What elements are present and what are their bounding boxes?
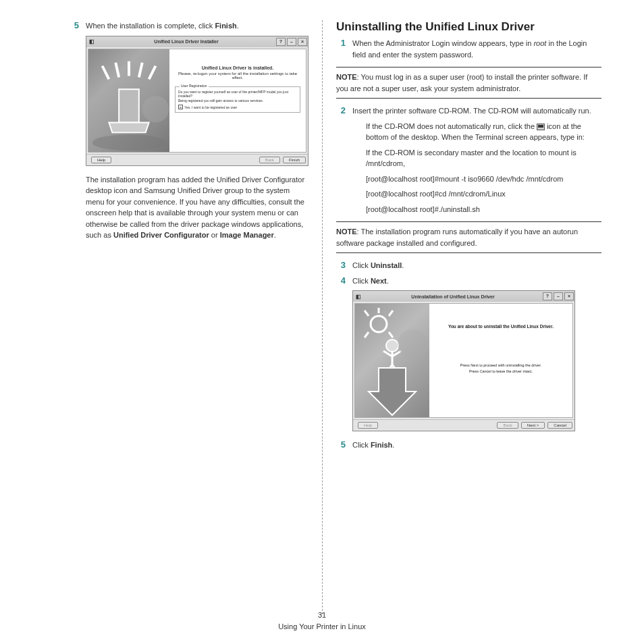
msg-line: Press Cancel to leave the driver intact. <box>435 369 567 375</box>
app-name: Image Manager <box>220 231 274 239</box>
window-icon: ◧ <box>86 38 97 45</box>
help-icon[interactable]: ? <box>276 38 286 46</box>
step-4: 4 Click Next. <box>336 275 601 287</box>
next-button[interactable]: Next > <box>521 422 545 429</box>
window-titlebar: ◧ Uninstallation of Unified Linux Driver… <box>353 291 574 302</box>
uninstall-label: Uninstall <box>371 261 402 269</box>
minimize-icon[interactable]: – <box>554 292 563 300</box>
note-text: : You must log in as a super user (root)… <box>336 73 587 92</box>
svg-line-6 <box>365 332 369 338</box>
checkbox-icon[interactable]: × <box>178 105 183 109</box>
step-number: 3 <box>336 260 346 271</box>
svg-point-8 <box>386 340 398 352</box>
uninstaller-content: You are about to uninstall the Unified L… <box>429 304 572 417</box>
help-icon[interactable]: ? <box>543 292 552 300</box>
svg-point-1 <box>142 96 169 122</box>
back-button: Back <box>497 422 518 429</box>
step-5: 5 Click Finish. <box>336 439 601 451</box>
step-5: 5 When the installation is complete, cli… <box>43 20 308 32</box>
window-titlebar: ◧ Unified Linux Driver Installer ? – × <box>86 36 308 47</box>
text: Click <box>352 441 371 449</box>
cancel-button[interactable]: Cancel <box>547 422 572 429</box>
button-bar: Help Back Next > Cancel <box>353 419 574 431</box>
root-text: root <box>533 39 546 47</box>
text: . <box>392 441 394 449</box>
step-text: Click Finish. <box>352 439 601 451</box>
installer-graphic <box>88 49 169 152</box>
sub-step: If the CD-ROM is secondary master and th… <box>366 147 601 169</box>
step-2: 2 Insert the printer software CD-ROM. Th… <box>336 105 601 117</box>
svg-line-7 <box>389 332 393 338</box>
step-number: 2 <box>336 105 346 117</box>
window-body: Unified Linux Driver is installed. Pleas… <box>88 49 306 153</box>
step-number: 4 <box>336 275 346 287</box>
installer-content: Unified Linux Driver is installed. Pleas… <box>169 49 306 152</box>
note-label: NOTE <box>336 227 357 236</box>
text: or <box>209 231 220 239</box>
text: . <box>237 22 239 30</box>
box-legend: User Registration <box>180 84 209 88</box>
installed-heading: Unified Linux Driver is installed. <box>175 65 300 70</box>
text: Click <box>352 277 371 285</box>
svg-point-9 <box>398 329 427 359</box>
text: Click <box>352 261 371 269</box>
finish-label: Finish <box>371 441 392 449</box>
page-number: 31 <box>0 610 644 621</box>
step-text: Click Next. <box>352 275 601 287</box>
window-icon: ◧ <box>353 294 364 300</box>
page-footer: 31 Using Your Printer in Linux <box>0 610 644 632</box>
install-summary-paragraph: The installation program has added the U… <box>86 174 308 241</box>
window-buttons: ? – × <box>542 292 574 301</box>
command-line: [root@localhost root]#./uninstall.sh <box>366 204 601 215</box>
page-columns: 5 When the installation is complete, cli… <box>37 20 607 614</box>
close-icon[interactable]: × <box>298 38 307 46</box>
note-text: : The installation program runs automati… <box>336 227 578 247</box>
svg-point-0 <box>92 134 166 151</box>
finish-label: Finish <box>215 22 236 30</box>
installed-sub: Please, re-logon your system for all the… <box>175 72 300 80</box>
text: When the Administrator Login window appe… <box>352 39 533 47</box>
finish-button[interactable]: Finish <box>283 157 306 163</box>
help-button: Help <box>358 422 378 429</box>
help-button[interactable]: Help <box>91 157 111 163</box>
button-bar: Help Back Finish <box>86 154 308 165</box>
step-text: When the Administrator Login window appe… <box>352 38 601 60</box>
step-3: 3 Click Uninstall. <box>336 260 601 271</box>
minimize-icon[interactable]: – <box>287 38 296 46</box>
uninstall-heading: You are about to uninstall the Unified L… <box>435 324 567 329</box>
svg-line-5 <box>389 311 393 316</box>
window-buttons: ? – × <box>275 37 308 47</box>
text: . <box>402 261 404 269</box>
sub-step: If the CD-ROM does not automatically run… <box>366 121 601 143</box>
uninstall-msg: Press Next to proceed with uninstalling … <box>435 363 567 375</box>
command-line: [root@localhost root]#cd /mnt/cdrom/Linu… <box>366 188 601 200</box>
section-heading: Uninstalling the Unified Linux Driver <box>336 20 601 34</box>
terminal-icon <box>537 124 545 130</box>
text: If the CD-ROM does not automatically run… <box>366 122 537 130</box>
svg-point-2 <box>371 316 387 332</box>
right-column: Uninstalling the Unified Linux Driver 1 … <box>323 20 607 614</box>
step-text: Insert the printer software CD-ROM. The … <box>352 105 601 117</box>
text: . <box>274 231 276 239</box>
text: The installation program has added the U… <box>86 176 304 240</box>
spacer <box>378 422 494 429</box>
reg-checkbox-row: ×Yes, I want to be registered as user <box>178 105 297 109</box>
spacer <box>111 157 256 163</box>
close-icon[interactable]: × <box>564 292 574 300</box>
note-2: NOTE: The installation program runs auto… <box>336 221 601 253</box>
back-button: Back <box>259 157 280 163</box>
app-name: Unified Driver Configurator <box>113 231 209 239</box>
checkbox-label: Yes, I want to be registered as user <box>184 105 237 109</box>
installer-screenshot: ◧ Unified Linux Driver Installer ? – × <box>86 36 308 166</box>
text: When the installation is complete, click <box>86 22 215 30</box>
window-title: Uninstallation of Unified Linux Driver <box>364 294 542 299</box>
step-text: When the installation is complete, click… <box>86 20 308 32</box>
note-1: NOTE: You must log in as a super user (r… <box>336 67 601 99</box>
step-number: 1 <box>336 38 346 60</box>
reg-q1: Do you want to register yourself as user… <box>178 90 297 99</box>
text: . <box>387 277 389 285</box>
footer-caption: Using Your Printer in Linux <box>0 621 644 633</box>
next-label: Next <box>371 277 387 285</box>
command-line: [root@localhost root]#mount -t iso9660 /… <box>366 173 601 185</box>
registration-box: User Registration Do you want to registe… <box>175 86 300 113</box>
